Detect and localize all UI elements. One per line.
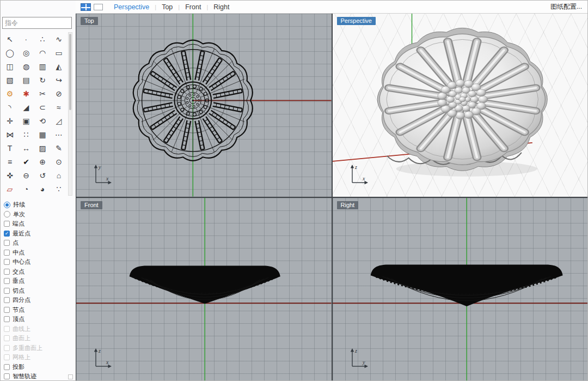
- osnap-item-center: 中心点: [4, 257, 72, 267]
- osnap-on-curve-checkbox: [4, 326, 10, 332]
- box-icon[interactable]: ◫: [2, 59, 18, 73]
- top-axis-gizmo: y x: [93, 162, 114, 186]
- osnap-label: 投影: [13, 363, 24, 371]
- sphere-icon[interactable]: ◍: [18, 59, 34, 73]
- dimension-icon[interactable]: ↔: [18, 141, 34, 155]
- viewport-perspective[interactable]: Perspective z x: [333, 14, 588, 197]
- osnap-vertex-checkbox[interactable]: [4, 316, 10, 322]
- cone-icon[interactable]: ◭: [51, 59, 67, 73]
- hatch-icon[interactable]: ▨: [34, 141, 51, 155]
- offset-icon[interactable]: ⊂: [34, 100, 51, 114]
- copy-icon[interactable]: ▣: [18, 114, 34, 128]
- pan-icon[interactable]: ✜: [2, 168, 18, 182]
- select-arrow-icon[interactable]: ↖: [2, 32, 18, 46]
- front-view-model: [76, 198, 332, 381]
- home-view-icon[interactable]: ⌂: [51, 168, 67, 182]
- point-cloud-icon[interactable]: ∴: [34, 32, 51, 46]
- osnap-knot-checkbox[interactable]: [4, 307, 10, 313]
- osnap-perpendicular-checkbox[interactable]: [4, 278, 10, 284]
- osnap-intersection-checkbox[interactable]: [4, 269, 10, 275]
- viewport-top-label[interactable]: Top: [81, 17, 98, 25]
- sweep-icon[interactable]: ↪: [51, 73, 67, 87]
- viewport-right[interactable]: Right z y: [333, 198, 588, 381]
- array-icon[interactable]: ∷: [18, 128, 34, 141]
- toolbar-scrollbar-thumb[interactable]: [69, 34, 71, 110]
- tab-front[interactable]: Front: [180, 3, 206, 11]
- mirror-icon[interactable]: ⋈: [2, 128, 18, 141]
- tab-right[interactable]: Right: [208, 3, 235, 11]
- osnap-panel: 持续单次端点✓最近点点中点中心点交点垂点切点四分点节点顶点曲线上曲面上多重曲面上…: [4, 200, 72, 381]
- free-curve-icon[interactable]: ∿: [51, 32, 67, 46]
- viewport-layout-grid-icon[interactable]: [81, 3, 91, 11]
- arc-icon[interactable]: ◠: [34, 46, 51, 59]
- trim-icon[interactable]: ✂: [34, 87, 51, 100]
- osnap-end-checkbox[interactable]: [4, 221, 10, 227]
- zoom-target-icon[interactable]: ⊙: [51, 155, 67, 168]
- chamfer-icon[interactable]: ◢: [18, 100, 34, 114]
- osnap-project-checkbox[interactable]: [4, 364, 10, 370]
- single-viewport-icon[interactable]: [94, 4, 103, 10]
- layout-config-button[interactable]: 图纸配置...: [550, 2, 587, 11]
- tab-top[interactable]: Top: [156, 3, 178, 11]
- viewport-front-label[interactable]: Front: [81, 201, 102, 209]
- check-icon[interactable]: ✔: [18, 155, 34, 168]
- viewport-right-label[interactable]: Right: [337, 201, 359, 209]
- osnap-item-tangent: 切点: [4, 286, 72, 296]
- split-icon[interactable]: ⊘: [51, 87, 67, 100]
- grid-array-icon[interactable]: ▦: [34, 128, 51, 141]
- more-tools-icon[interactable]: ∵: [51, 182, 67, 196]
- osnap-one-shot-radio[interactable]: [4, 211, 10, 217]
- rhino-window: ↖∙∴∿◯◎◠▭◫◍▥◭▧▤↻↪⚙✱✂⊘◝◢⊂≈✛▣⟲◿⋈∷▦⋯T↔▨✎≡✔⊕⊙…: [0, 0, 588, 381]
- explode-icon[interactable]: ✱: [18, 87, 34, 100]
- osnap-mid-checkbox[interactable]: [4, 250, 10, 256]
- rotate-icon[interactable]: ⟲: [34, 114, 51, 128]
- ungroup-icon[interactable]: ◕: [34, 182, 51, 196]
- revolve-icon[interactable]: ↻: [34, 73, 51, 87]
- surface-icon[interactable]: ▧: [2, 73, 18, 87]
- gear-settings-icon[interactable]: ⚙: [2, 87, 18, 100]
- osnap-center-checkbox[interactable]: [4, 259, 10, 265]
- circle-icon[interactable]: ◯: [2, 46, 18, 59]
- osnap-smart-track-checkbox[interactable]: [4, 373, 10, 379]
- viewport-top[interactable]: Top y x: [76, 14, 332, 197]
- viewport-tabbar: Perspective|Top|Front|Right 图纸配置...: [76, 1, 587, 14]
- viewport-tabs: Perspective|Top|Front|Right: [108, 3, 235, 11]
- distribute-icon[interactable]: ⋯: [51, 128, 67, 141]
- osnap-label: 智慧轨迹: [13, 372, 36, 380]
- osnap-tangent-checkbox[interactable]: [4, 288, 10, 294]
- osnap-point-checkbox[interactable]: [4, 240, 10, 246]
- command-input[interactable]: [2, 17, 72, 29]
- pen-icon[interactable]: ✎: [51, 141, 67, 155]
- layers-icon[interactable]: ≡: [2, 155, 18, 168]
- move-icon[interactable]: ✛: [2, 114, 18, 128]
- osnap-quadrant-checkbox[interactable]: [4, 297, 10, 303]
- blend-icon[interactable]: ≈: [51, 100, 67, 114]
- osnap-label: 曲面上: [13, 334, 30, 342]
- osnap-persistent-radio[interactable]: [4, 202, 10, 208]
- osnap-on-polysurface-checkbox: [4, 345, 10, 351]
- viewport-perspective-label[interactable]: Perspective: [337, 17, 376, 25]
- osnap-label: 中心点: [13, 258, 30, 266]
- rectangle-icon[interactable]: ▭: [51, 46, 67, 59]
- osnap-near-checkbox[interactable]: ✓: [4, 231, 10, 237]
- viewport-grid: Top y x Perspective: [76, 14, 587, 380]
- fillet-icon[interactable]: ◝: [2, 100, 18, 114]
- top-view-model: [76, 14, 332, 197]
- car-display-icon[interactable]: ▱: [2, 182, 18, 196]
- single-point-icon[interactable]: ∙: [18, 32, 34, 46]
- text-icon[interactable]: T: [2, 141, 18, 155]
- zoom-window-icon[interactable]: ⊕: [34, 155, 51, 168]
- osnap-item-perpendicular: 垂点: [4, 276, 72, 286]
- group-icon[interactable]: ◔: [18, 182, 34, 196]
- scale-icon[interactable]: ◿: [51, 114, 67, 128]
- undo-view-icon[interactable]: ↺: [34, 168, 51, 182]
- osnap-label: 顶点: [13, 315, 24, 323]
- toolbar-scrollbar[interactable]: [68, 32, 72, 196]
- ellipse-icon[interactable]: ◎: [18, 46, 34, 59]
- viewport-front[interactable]: Front z x: [76, 198, 332, 381]
- right-view-model: [333, 198, 588, 381]
- tab-perspective[interactable]: Perspective: [108, 3, 155, 11]
- cylinder-icon[interactable]: ▥: [34, 59, 51, 73]
- loft-icon[interactable]: ▤: [18, 73, 34, 87]
- zoom-out-icon[interactable]: ⊖: [18, 168, 34, 182]
